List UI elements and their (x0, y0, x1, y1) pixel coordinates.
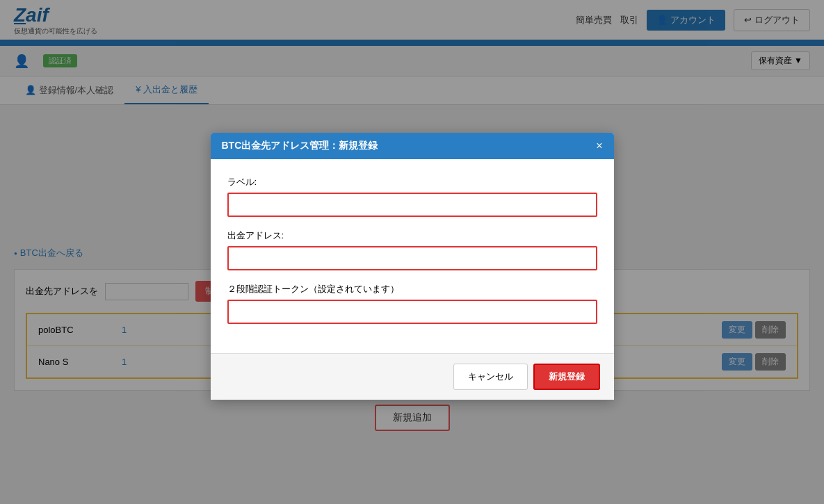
address-form-group: 出金アドレス: (227, 229, 597, 270)
label-form-group: ラベル: (227, 176, 597, 217)
modal-body: ラベル: 出金アドレス: ２段階認証トークン（設定されています） (211, 159, 614, 353)
token-field-label: ２段階認証トークン（設定されています） (227, 283, 597, 295)
address-input[interactable] (227, 246, 597, 270)
submit-button[interactable]: 新規登録 (533, 364, 600, 390)
modal-dialog: BTC出金先アドレス管理：新規登録 × ラベル: 出金アドレス: ２段階認証トー… (211, 133, 614, 400)
label-field-label: ラベル: (227, 176, 597, 188)
address-field-label: 出金アドレス: (227, 229, 597, 242)
modal-header: BTC出金先アドレス管理：新規登録 × (211, 133, 614, 159)
modal-footer: キャンセル 新規登録 (211, 353, 614, 400)
cancel-button[interactable]: キャンセル (453, 364, 528, 390)
modal-close-button[interactable]: × (596, 140, 602, 152)
token-form-group: ２段階認証トークン（設定されています） (227, 283, 597, 324)
modal-overlay: BTC出金先アドレス管理：新規登録 × ラベル: 出金アドレス: ２段階認証トー… (0, 0, 824, 445)
label-input[interactable] (227, 193, 597, 217)
modal-title: BTC出金先アドレス管理：新規登録 (222, 140, 378, 152)
token-input[interactable] (227, 300, 597, 324)
